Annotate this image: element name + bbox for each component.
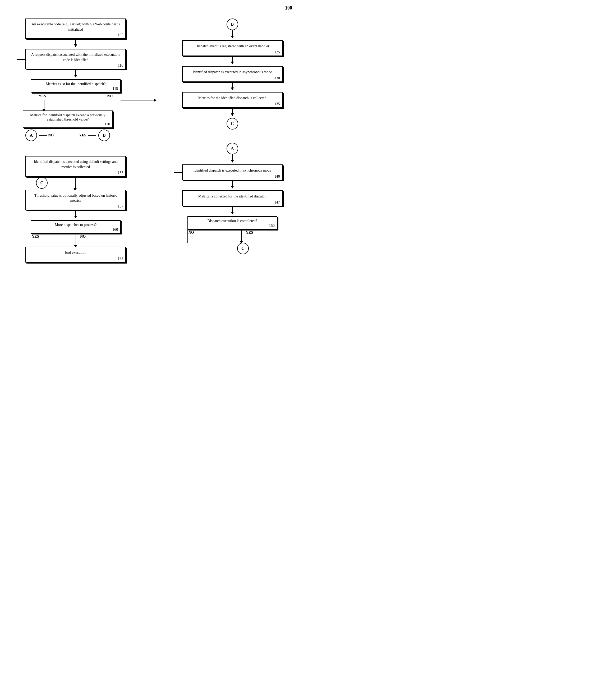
step-150-num: 150	[269, 224, 275, 228]
step-110-box: A request dispatch associated with the i…	[26, 49, 126, 69]
arrow-105-110	[75, 39, 76, 47]
back-arrow-line	[17, 59, 26, 60]
branch-160: YES NO	[31, 233, 121, 247]
yes2-label: YES	[79, 133, 86, 138]
step-157-num: 157	[117, 204, 123, 209]
arrow-a-140	[232, 154, 233, 162]
step-120-box: Metrics for identified dispatch exceed a…	[23, 110, 113, 128]
circle-b-right: B	[226, 18, 238, 30]
step-165-box: End execution 165	[26, 247, 126, 263]
step-125-text: Dispatch event is registered with an eve…	[186, 43, 279, 53]
step-140-text: Identified dispatch is executed in synch…	[186, 168, 279, 177]
step-150-text: Dispatch execution is completed?	[192, 219, 272, 227]
step-110-num: 110	[118, 63, 123, 68]
step-135-num: 135	[274, 102, 280, 106]
step-115-text: Metrics exist for the identified dispatc…	[35, 82, 116, 90]
branch-115	[31, 100, 121, 110]
step-105-text: An executable code (e.g., servlet) withi…	[30, 22, 122, 36]
back-arrow-140	[174, 172, 182, 173]
step-140-num: 140	[274, 174, 280, 179]
step-120-num: 120	[105, 122, 110, 126]
step-150-box: Dispatch execution is completed? 150	[187, 216, 277, 230]
step-130-num: 130	[274, 76, 280, 80]
step-165-text: End execution	[30, 250, 122, 259]
no3-label: NO	[80, 235, 86, 239]
step-130-box: Identified dispatch is executed in async…	[182, 66, 283, 82]
arrow-130-135	[232, 82, 233, 90]
arrow-135-c	[232, 108, 233, 116]
step-135-box: Metrics for the identified dispatch is c…	[182, 92, 283, 108]
step-147-box: Metrics is collected for the identified …	[182, 190, 283, 206]
arrow-147-150	[232, 206, 233, 214]
yes3-label: YES	[32, 235, 39, 239]
step-147-num: 147	[274, 200, 280, 205]
step-115-box: Metrics exist for the identified dispatc…	[31, 79, 121, 93]
step-160-box: More dispatches to process? 160	[31, 220, 121, 233]
step-147-text: Metrics is collected for the identified …	[186, 193, 279, 203]
circle-a-left: A	[26, 129, 37, 141]
no2-label: NO	[48, 133, 54, 138]
yes-label-150: YES	[246, 231, 253, 235]
step-110-text: A request dispatch associated with the i…	[30, 52, 122, 66]
arrow-125-130	[232, 56, 233, 64]
step-157-text: Threshold value is optionally adjusted b…	[30, 193, 122, 207]
step-105-box: An executable code (e.g., servlet) withi…	[26, 18, 126, 39]
step-105-num: 105	[117, 33, 123, 37]
step-125-num: 125	[274, 50, 280, 54]
branch-150: NO YES	[187, 230, 277, 243]
circle-a-right: A	[226, 143, 238, 154]
c-connector-area: C	[26, 177, 126, 190]
right-column: B Dispatch event is registered with an e…	[167, 18, 298, 263]
left-column: An executable code (e.g., servlet) withi…	[11, 18, 141, 263]
step-115-num: 115	[113, 87, 118, 91]
circle-b-left: B	[98, 129, 110, 141]
step-160-num: 160	[112, 227, 118, 232]
yes-label-115: YES	[38, 94, 46, 98]
step-125-box: Dispatch event is registered with an eve…	[182, 40, 283, 56]
no-label-150: NO	[189, 231, 194, 235]
step-165-num: 165	[117, 257, 123, 261]
arrow-b-125	[232, 30, 233, 38]
step-157-box: Threshold value is optionally adjusted b…	[26, 190, 126, 210]
step-135-text: Metrics for the identified dispatch is c…	[186, 95, 279, 105]
step-160-text: More dispatches to process?	[35, 223, 116, 231]
diagram-title: 100	[285, 5, 292, 11]
circle-c2-right: C	[237, 243, 249, 254]
step-120-text: Metrics for identified dispatch exceed a…	[28, 113, 108, 125]
step-155-num: 155	[117, 171, 123, 175]
step-155-text: Identified dispatch is executed using de…	[30, 159, 122, 173]
step-130-text: Identified dispatch is executed in async…	[186, 69, 279, 79]
arrow-157-160	[75, 210, 76, 218]
arrow-110-115	[75, 69, 76, 77]
arrow-140-147	[232, 180, 233, 188]
step-155-box: Identified dispatch is executed using de…	[26, 156, 126, 176]
circle-c-right: C	[226, 118, 238, 129]
no-label-115: NO	[107, 94, 113, 98]
circle-c-left: C	[36, 177, 48, 189]
step-140-box: Identified dispatch is executed in synch…	[182, 164, 283, 180]
